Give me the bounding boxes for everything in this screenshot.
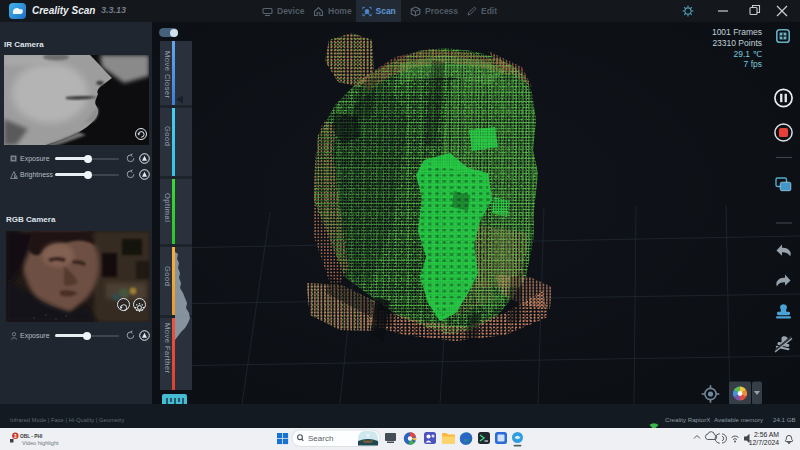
svg-text:Video highlight: Video highlight [22, 440, 59, 446]
svg-text:12/7/2024: 12/7/2024 [749, 439, 779, 446]
svg-text:OBL - PHI: OBL - PHI [20, 434, 43, 439]
svg-text:Search: Search [308, 434, 333, 443]
svg-text:2:56 AM: 2:56 AM [754, 431, 779, 438]
